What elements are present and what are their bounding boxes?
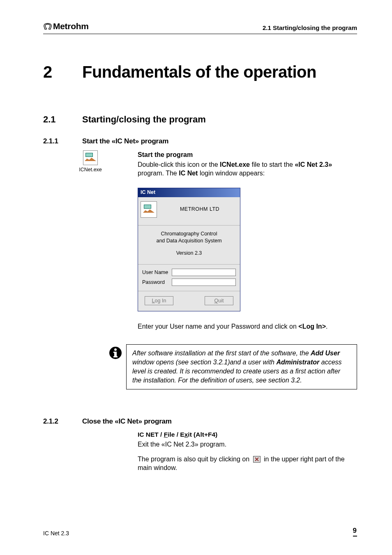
administrator-ref: Administrator [276, 359, 319, 366]
login-titlebar: IC Net [138, 188, 240, 197]
svg-rect-3 [113, 356, 118, 357]
exit-description: Exit the «IC Net 2.3» program. [138, 440, 357, 449]
desktop-icon-label: ICNet.exe [79, 167, 102, 173]
subsection-heading: 2.1.1 Start the «IC Net» program [43, 137, 357, 145]
exe-name: ICNet.exe [220, 161, 250, 168]
subsection-heading: 2.1.2 Close the «IC Net» program [43, 417, 357, 426]
password-label: Password [142, 279, 168, 286]
brand-logo: Metrohm [43, 21, 89, 31]
login-company-name: METROHM LTD [162, 206, 238, 213]
close-icon [253, 456, 261, 463]
section-title: Starting/closing the program [82, 114, 206, 125]
chapter-number: 2 [43, 63, 82, 81]
login-window-title: IC Net [141, 189, 155, 196]
add-user-ref: Add User [311, 350, 340, 357]
password-input[interactable] [172, 279, 236, 286]
username-input[interactable] [172, 269, 236, 276]
header-rule [43, 34, 357, 34]
section-number: 2.1 [43, 114, 82, 125]
start-program-paragraph: Double-click this icon or the ICNet.exe … [138, 160, 357, 178]
login-app-icon [141, 201, 157, 218]
icnet-name: IC Net [179, 170, 198, 177]
info-note: After software installation at the first… [126, 344, 357, 389]
icnet-app-icon [83, 150, 98, 165]
page-footer: IC Net 2.3 9 [43, 527, 357, 537]
header-section-ref: 2.1 Starting/closing the program [263, 24, 357, 31]
chapter-title: Fundamentals of the operation [82, 63, 316, 81]
login-description: Chromatography Control and Data Acquisit… [138, 226, 240, 265]
desktop-shortcut-icon: ICNet.exe [79, 150, 102, 173]
svg-point-1 [114, 348, 117, 351]
section-heading: 2.1 Starting/closing the program [43, 114, 357, 125]
paragraph-title: Start the program [138, 150, 357, 159]
page-number: 9 [353, 527, 357, 537]
menu-path: IC NET / File / Exit (Alt+F4) [138, 431, 357, 439]
omega-icon [43, 23, 52, 30]
close-description: The program is also quit by clicking on … [138, 455, 357, 472]
login-button[interactable]: Log In [145, 296, 173, 305]
login-window: IC Net METROHM LTD Chromatography Contro… [138, 188, 240, 312]
login-button-ref: <Log In> [298, 323, 326, 330]
subsection-title: Start the «IC Net» program [82, 137, 168, 145]
quit-button[interactable]: Quit [205, 296, 233, 305]
subsection-number: 2.1.2 [43, 417, 82, 426]
subsection-number: 2.1.1 [43, 137, 82, 145]
svg-rect-4 [113, 352, 117, 353]
after-login-instruction: Enter your User name and your Password a… [138, 322, 357, 331]
subsection-title: Close the «IC Net» program [82, 417, 172, 426]
footer-product: IC Net 2.3 [43, 530, 69, 537]
chapter-heading: 2 Fundamentals of the operation [43, 63, 357, 81]
username-label: User Name [142, 269, 168, 276]
login-version: Version 2.3 [141, 250, 238, 257]
product-name: «IC Net 2.3» [295, 161, 332, 168]
info-icon [105, 344, 126, 389]
brand-name: Metrohm [53, 21, 89, 31]
